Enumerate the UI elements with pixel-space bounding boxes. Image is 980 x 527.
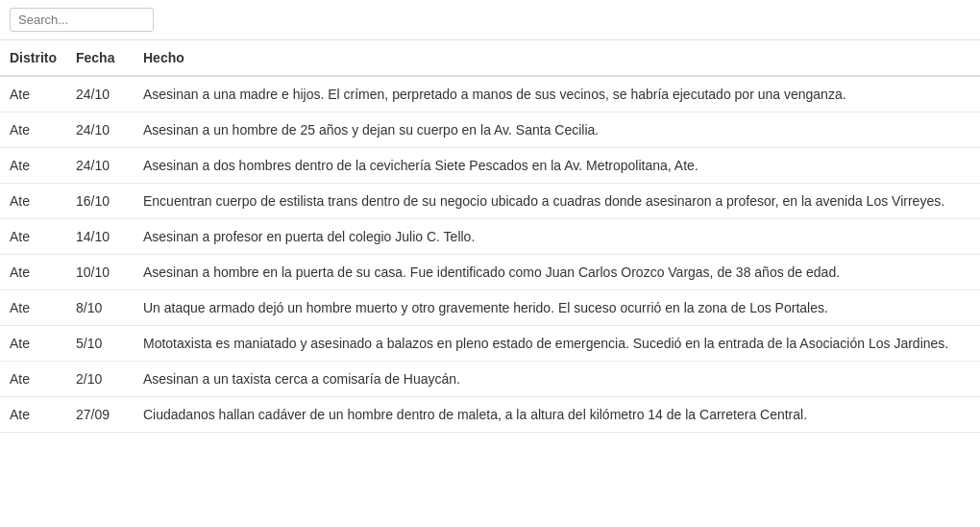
table-row: Ate24/10Asesinan a dos hombres dentro de… xyxy=(0,148,980,184)
cell-fecha: 24/10 xyxy=(66,113,134,148)
cell-distrito: Ate xyxy=(0,326,66,362)
header-distrito: Distrito xyxy=(0,40,66,76)
header-hecho: Hecho xyxy=(134,40,980,76)
cell-distrito: Ate xyxy=(0,362,66,397)
cell-distrito: Ate xyxy=(0,219,66,255)
cell-hecho: Encuentran cuerpo de estilista trans den… xyxy=(134,184,980,219)
cell-distrito: Ate xyxy=(0,184,66,219)
cell-hecho: Asesinan a una madre e hijos. El crímen,… xyxy=(134,76,980,113)
cell-hecho: Un ataque armado dejó un hombre muerto y… xyxy=(134,290,980,326)
header-row: Distrito Fecha Hecho xyxy=(0,40,980,76)
cell-fecha: 16/10 xyxy=(66,184,134,219)
cell-fecha: 24/10 xyxy=(66,76,134,113)
cell-hecho: Asesinan a dos hombres dentro de la cevi… xyxy=(134,148,980,184)
cell-fecha: 27/09 xyxy=(66,397,134,433)
cell-hecho: Asesinan a un taxista cerca a comisaría … xyxy=(134,362,980,397)
cell-fecha: 10/10 xyxy=(66,255,134,290)
cell-distrito: Ate xyxy=(0,113,66,148)
cell-hecho: Asesinan a hombre en la puerta de su cas… xyxy=(134,255,980,290)
table-row: Ate2/10Asesinan a un taxista cerca a com… xyxy=(0,362,980,397)
data-table: Distrito Fecha Hecho Ate24/10Asesinan a … xyxy=(0,40,980,433)
header-fecha: Fecha xyxy=(66,40,134,76)
cell-fecha: 8/10 xyxy=(66,290,134,326)
table-body: Ate24/10Asesinan a una madre e hijos. El… xyxy=(0,76,980,433)
table-row: Ate8/10Un ataque armado dejó un hombre m… xyxy=(0,290,980,326)
cell-hecho: Ciudadanos hallan cadáver de un hombre d… xyxy=(134,397,980,433)
table-row: Ate16/10Encuentran cuerpo de estilista t… xyxy=(0,184,980,219)
cell-fecha: 5/10 xyxy=(66,326,134,362)
table-row: Ate5/10Mototaxista es maniatado y asesin… xyxy=(0,326,980,362)
table-row: Ate27/09Ciudadanos hallan cadáver de un … xyxy=(0,397,980,433)
cell-hecho: Asesinan a profesor en puerta del colegi… xyxy=(134,219,980,255)
cell-fecha: 2/10 xyxy=(66,362,134,397)
cell-distrito: Ate xyxy=(0,148,66,184)
cell-fecha: 24/10 xyxy=(66,148,134,184)
search-input[interactable] xyxy=(10,8,154,32)
cell-hecho: Asesinan a un hombre de 25 años y dejan … xyxy=(134,113,980,148)
cell-distrito: Ate xyxy=(0,76,66,113)
cell-distrito: Ate xyxy=(0,397,66,433)
top-bar xyxy=(0,0,980,40)
table-row: Ate24/10Asesinan a un hombre de 25 años … xyxy=(0,113,980,148)
cell-distrito: Ate xyxy=(0,290,66,326)
table-row: Ate24/10Asesinan a una madre e hijos. El… xyxy=(0,76,980,113)
table-row: Ate10/10Asesinan a hombre en la puerta d… xyxy=(0,255,980,290)
cell-hecho: Mototaxista es maniatado y asesinado a b… xyxy=(134,326,980,362)
cell-fecha: 14/10 xyxy=(66,219,134,255)
table-row: Ate14/10Asesinan a profesor en puerta de… xyxy=(0,219,980,255)
cell-distrito: Ate xyxy=(0,255,66,290)
table-header: Distrito Fecha Hecho xyxy=(0,40,980,76)
